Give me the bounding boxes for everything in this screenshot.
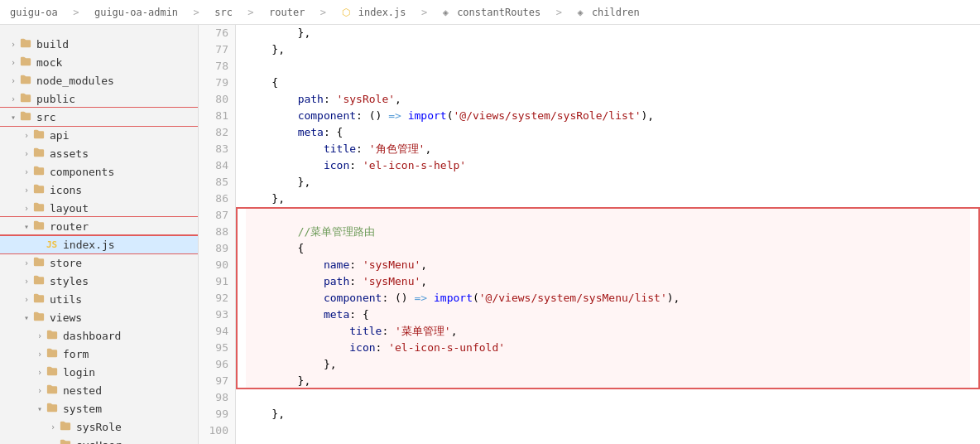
tree-item-label: index.js	[63, 239, 115, 251]
code-line: {	[246, 240, 970, 257]
sidebar-item-public[interactable]: ›public	[0, 89, 198, 108]
folder-icon	[33, 147, 46, 161]
sidebar-item-index.js[interactable]: JSindex.js	[0, 235, 198, 253]
file-explorer: ›build›mock›node_modules›public▾src›api›…	[0, 25, 199, 444]
line-number: 95	[205, 340, 228, 356]
tree-item-label: nested	[63, 384, 102, 397]
line-number: 77	[205, 41, 228, 58]
sidebar-item-sysRole[interactable]: ›sysRole	[0, 417, 198, 436]
folder-icon	[33, 256, 46, 270]
tree-arrow: ›	[20, 149, 33, 158]
sidebar-item-icons[interactable]: ›icons	[0, 181, 198, 199]
sidebar-item-sysUser[interactable]: ▾sysUser	[0, 436, 198, 444]
sidebar-item-form[interactable]: ›form	[0, 345, 198, 363]
code-line: },	[246, 41, 970, 58]
line-number: 100	[205, 422, 228, 439]
folder-icon	[20, 92, 33, 106]
code-line: meta: {	[246, 124, 970, 141]
sidebar-item-node_modules[interactable]: ›node_modules	[0, 71, 198, 89]
line-number: 89	[205, 240, 228, 257]
code-line: meta: {	[246, 306, 970, 323]
code-container: 7677787980818283848586878889909192939495…	[199, 25, 980, 444]
tree-arrow: ›	[7, 58, 20, 67]
line-number: 96	[205, 356, 228, 373]
tree-arrow: ›	[20, 277, 33, 286]
tree-arrow: ›	[33, 350, 46, 359]
sidebar-item-build[interactable]: ›build	[0, 35, 198, 53]
sidebar-item-layout[interactable]: ›layout	[0, 199, 198, 217]
line-number: 76	[205, 25, 228, 41]
tree-item-label: components	[50, 166, 114, 178]
code-line	[246, 389, 970, 406]
sidebar-item-utils[interactable]: ›utils	[0, 290, 198, 308]
line-number: 80	[205, 91, 228, 108]
code-editor: 7677787980818283848586878889909192939495…	[199, 25, 980, 444]
code-content: }, }, { path: 'sysRole', component: () =…	[236, 25, 980, 444]
line-number: 94	[205, 323, 228, 340]
code-line: icon: 'el-icon-s-unfold'	[246, 340, 970, 356]
code-line: name: 'sysMenu',	[246, 257, 970, 273]
code-line: title: '角色管理',	[246, 141, 970, 157]
folder-icon	[33, 274, 46, 288]
tree-item-label: api	[50, 129, 69, 142]
sidebar-item-components[interactable]: ›components	[0, 162, 198, 181]
sidebar-item-assets[interactable]: ›assets	[0, 144, 198, 162]
sidebar-item-nested[interactable]: ›nested	[0, 381, 198, 399]
folder-icon	[60, 420, 73, 434]
tree-item-label: system	[63, 403, 102, 415]
tree-arrow: ›	[46, 422, 60, 432]
folder-icon	[20, 37, 33, 51]
code-line: //菜单管理路由	[246, 224, 970, 240]
tree-arrow: ›	[20, 295, 33, 304]
sidebar-item-router[interactable]: ▾router	[0, 217, 198, 235]
folder-icon	[20, 56, 33, 70]
tree-item-label: sysRole	[76, 421, 122, 433]
line-number: 91	[205, 273, 228, 290]
tree-item-label: src	[36, 111, 55, 123]
tree-arrow: ▾	[46, 441, 60, 445]
tree-arrow: ›	[33, 386, 46, 395]
sidebar-item-store[interactable]: ›store	[0, 253, 198, 272]
folder-icon	[20, 74, 33, 88]
sidebar-item-dashboard[interactable]: ›dashboard	[0, 326, 198, 345]
sidebar-item-api[interactable]: ›api	[0, 126, 198, 144]
code-line: path: 'sysRole',	[246, 91, 970, 108]
sidebar-item-login[interactable]: ›login	[0, 363, 198, 381]
tree-item-label: dashboard	[63, 330, 121, 342]
folder-icon	[33, 292, 46, 306]
tree-item-label: utils	[50, 293, 82, 306]
tree-item-label: form	[63, 348, 89, 360]
tree-arrow: ›	[20, 167, 33, 176]
sidebar-item-system[interactable]: ▾system	[0, 399, 198, 417]
sidebar-item-src[interactable]: ▾src	[0, 108, 198, 126]
line-number: 78	[205, 58, 228, 75]
tree-item-label: login	[63, 366, 95, 379]
tree-arrow: ›	[20, 204, 33, 213]
line-number: 88	[205, 224, 228, 240]
tree-item-label: router	[50, 220, 89, 233]
line-number: 83	[205, 141, 228, 157]
sidebar-item-styles[interactable]: ›styles	[0, 272, 198, 290]
code-line: {	[246, 75, 970, 91]
tree-arrow: ›	[33, 331, 46, 340]
folder-icon	[46, 365, 60, 379]
line-number: 84	[205, 157, 228, 174]
code-line	[246, 207, 970, 224]
sidebar-item-mock[interactable]: ›mock	[0, 53, 198, 71]
tree-arrow: ›	[20, 131, 33, 140]
tree-arrow: ›	[7, 76, 20, 85]
sidebar-item-views[interactable]: ▾views	[0, 308, 198, 326]
tree-arrow: ▾	[33, 404, 46, 413]
folder-icon	[33, 201, 46, 215]
tree-item-label: build	[36, 38, 69, 51]
code-line: },	[246, 191, 970, 207]
code-line: component: () => import('@/views/system/…	[246, 290, 970, 306]
breadcrumb: guigu-oa > guigu-oa-admin > src > router…	[0, 0, 980, 25]
line-number: 90	[205, 257, 228, 273]
line-number: 79	[205, 75, 228, 91]
folder-icon	[46, 384, 60, 398]
tree-item-label: layout	[50, 202, 89, 215]
code-line: },	[246, 174, 970, 191]
tree-item-label: styles	[50, 275, 89, 287]
tree-arrow: ›	[7, 94, 20, 104]
